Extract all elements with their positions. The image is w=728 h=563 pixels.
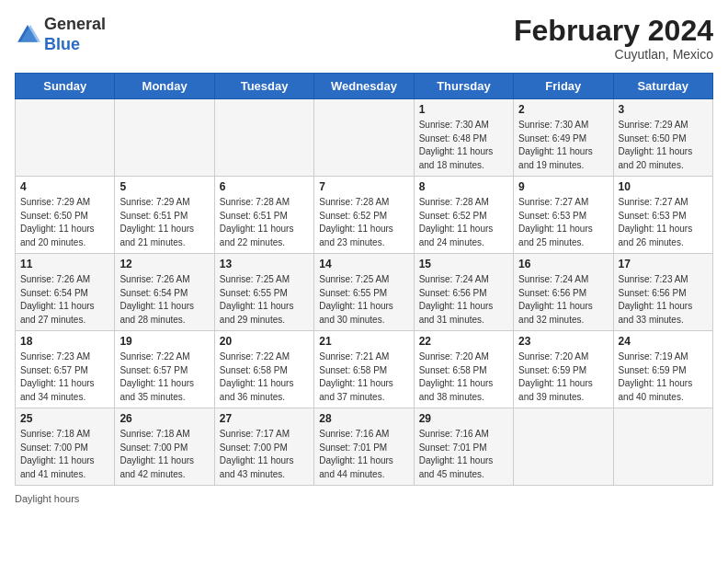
calendar-cell: 15Sunrise: 7:24 AM Sunset: 6:56 PM Dayli… bbox=[414, 254, 513, 331]
footer: Daylight hours bbox=[15, 493, 713, 504]
week-row-5: 25Sunrise: 7:18 AM Sunset: 7:00 PM Dayli… bbox=[16, 408, 713, 486]
day-info: Sunrise: 7:22 AM Sunset: 6:58 PM Dayligh… bbox=[220, 350, 309, 404]
calendar-cell: 11Sunrise: 7:26 AM Sunset: 6:54 PM Dayli… bbox=[16, 254, 115, 331]
week-row-2: 4Sunrise: 7:29 AM Sunset: 6:50 PM Daylig… bbox=[16, 177, 713, 254]
day-number: 27 bbox=[220, 412, 309, 425]
calendar-cell: 8Sunrise: 7:28 AM Sunset: 6:52 PM Daylig… bbox=[414, 177, 513, 254]
calendar-cell: 17Sunrise: 7:23 AM Sunset: 6:56 PM Dayli… bbox=[613, 254, 712, 331]
calendar-cell: 7Sunrise: 7:28 AM Sunset: 6:52 PM Daylig… bbox=[314, 177, 414, 254]
day-info: Sunrise: 7:16 AM Sunset: 7:01 PM Dayligh… bbox=[419, 428, 508, 481]
day-number: 14 bbox=[319, 258, 408, 270]
week-row-4: 18Sunrise: 7:23 AM Sunset: 6:57 PM Dayli… bbox=[16, 331, 713, 408]
day-number: 22 bbox=[419, 335, 508, 348]
day-info: Sunrise: 7:27 AM Sunset: 6:53 PM Dayligh… bbox=[619, 196, 708, 249]
day-number: 26 bbox=[119, 412, 209, 425]
col-header-wednesday: Wednesday bbox=[314, 74, 414, 99]
day-number: 24 bbox=[619, 335, 708, 348]
day-number: 3 bbox=[619, 103, 708, 116]
calendar-cell: 9Sunrise: 7:27 AM Sunset: 6:53 PM Daylig… bbox=[514, 177, 613, 254]
day-info: Sunrise: 7:24 AM Sunset: 6:56 PM Dayligh… bbox=[518, 273, 608, 327]
day-number: 11 bbox=[20, 258, 109, 270]
calendar-cell: 10Sunrise: 7:27 AM Sunset: 6:53 PM Dayli… bbox=[613, 177, 712, 254]
day-number: 25 bbox=[20, 412, 109, 425]
col-header-tuesday: Tuesday bbox=[214, 74, 313, 99]
day-number: 2 bbox=[518, 103, 608, 116]
col-header-sunday: Sunday bbox=[16, 74, 115, 99]
calendar-cell: 27Sunrise: 7:17 AM Sunset: 7:00 PM Dayli… bbox=[214, 408, 313, 486]
day-info: Sunrise: 7:18 AM Sunset: 7:00 PM Dayligh… bbox=[20, 428, 109, 481]
calendar-cell: 2Sunrise: 7:30 AM Sunset: 6:49 PM Daylig… bbox=[514, 99, 613, 177]
day-info: Sunrise: 7:29 AM Sunset: 6:51 PM Dayligh… bbox=[119, 196, 209, 249]
calendar-cell: 26Sunrise: 7:18 AM Sunset: 7:00 PM Dayli… bbox=[115, 408, 214, 486]
calendar-cell: 25Sunrise: 7:18 AM Sunset: 7:00 PM Dayli… bbox=[16, 408, 115, 486]
day-number: 13 bbox=[220, 258, 309, 270]
calendar-table: SundayMondayTuesdayWednesdayThursdayFrid… bbox=[15, 73, 713, 486]
day-number: 16 bbox=[518, 258, 608, 270]
day-info: Sunrise: 7:30 AM Sunset: 6:48 PM Dayligh… bbox=[419, 119, 508, 172]
calendar-cell: 6Sunrise: 7:28 AM Sunset: 6:51 PM Daylig… bbox=[214, 177, 313, 254]
logo: General Blue bbox=[15, 15, 106, 54]
calendar-cell bbox=[613, 408, 712, 486]
day-number: 18 bbox=[20, 335, 109, 348]
day-number: 7 bbox=[319, 180, 408, 193]
day-number: 17 bbox=[619, 258, 708, 270]
calendar-cell: 29Sunrise: 7:16 AM Sunset: 7:01 PM Dayli… bbox=[414, 408, 513, 486]
title-block: February 2024 Cuyutlan, Mexico bbox=[514, 15, 713, 62]
day-info: Sunrise: 7:28 AM Sunset: 6:52 PM Dayligh… bbox=[419, 196, 508, 249]
day-number: 28 bbox=[319, 412, 408, 425]
col-header-friday: Friday bbox=[514, 74, 613, 99]
day-info: Sunrise: 7:29 AM Sunset: 6:50 PM Dayligh… bbox=[20, 196, 109, 249]
logo-blue-text: Blue bbox=[44, 35, 80, 53]
day-number: 5 bbox=[119, 180, 209, 193]
day-info: Sunrise: 7:26 AM Sunset: 6:54 PM Dayligh… bbox=[20, 273, 109, 327]
calendar-cell bbox=[314, 99, 414, 177]
day-info: Sunrise: 7:25 AM Sunset: 6:55 PM Dayligh… bbox=[319, 273, 408, 327]
day-number: 1 bbox=[419, 103, 508, 116]
day-info: Sunrise: 7:19 AM Sunset: 6:59 PM Dayligh… bbox=[619, 350, 708, 404]
day-info: Sunrise: 7:17 AM Sunset: 7:00 PM Dayligh… bbox=[220, 428, 309, 481]
day-info: Sunrise: 7:28 AM Sunset: 6:52 PM Dayligh… bbox=[319, 196, 408, 249]
calendar-cell: 19Sunrise: 7:22 AM Sunset: 6:57 PM Dayli… bbox=[115, 331, 214, 408]
day-info: Sunrise: 7:23 AM Sunset: 6:57 PM Dayligh… bbox=[20, 350, 109, 404]
day-info: Sunrise: 7:21 AM Sunset: 6:58 PM Dayligh… bbox=[319, 350, 408, 404]
calendar-cell: 14Sunrise: 7:25 AM Sunset: 6:55 PM Dayli… bbox=[314, 254, 414, 331]
day-number: 9 bbox=[518, 180, 608, 193]
daylight-label: Daylight hours bbox=[15, 493, 79, 504]
day-info: Sunrise: 7:18 AM Sunset: 7:00 PM Dayligh… bbox=[119, 428, 209, 481]
week-row-3: 11Sunrise: 7:26 AM Sunset: 6:54 PM Dayli… bbox=[16, 254, 713, 331]
calendar-cell: 22Sunrise: 7:20 AM Sunset: 6:58 PM Dayli… bbox=[414, 331, 513, 408]
day-number: 21 bbox=[319, 335, 408, 348]
day-number: 4 bbox=[20, 180, 109, 193]
day-info: Sunrise: 7:22 AM Sunset: 6:57 PM Dayligh… bbox=[119, 350, 209, 404]
day-info: Sunrise: 7:20 AM Sunset: 6:58 PM Dayligh… bbox=[419, 350, 508, 404]
day-info: Sunrise: 7:23 AM Sunset: 6:56 PM Dayligh… bbox=[619, 273, 708, 327]
calendar-cell bbox=[16, 99, 115, 177]
month-year-title: February 2024 bbox=[514, 15, 713, 47]
calendar-cell: 20Sunrise: 7:22 AM Sunset: 6:58 PM Dayli… bbox=[214, 331, 313, 408]
week-row-1: 1Sunrise: 7:30 AM Sunset: 6:48 PM Daylig… bbox=[16, 99, 713, 177]
col-header-thursday: Thursday bbox=[414, 74, 513, 99]
day-number: 15 bbox=[419, 258, 508, 270]
page-header: General Blue February 2024 Cuyutlan, Mex… bbox=[15, 15, 713, 62]
calendar-cell: 21Sunrise: 7:21 AM Sunset: 6:58 PM Dayli… bbox=[314, 331, 414, 408]
day-number: 12 bbox=[119, 258, 209, 270]
calendar-cell bbox=[214, 99, 313, 177]
calendar-header-row: SundayMondayTuesdayWednesdayThursdayFrid… bbox=[16, 74, 713, 99]
day-info: Sunrise: 7:27 AM Sunset: 6:53 PM Dayligh… bbox=[518, 196, 608, 249]
calendar-cell: 3Sunrise: 7:29 AM Sunset: 6:50 PM Daylig… bbox=[613, 99, 712, 177]
day-number: 8 bbox=[419, 180, 508, 193]
col-header-monday: Monday bbox=[115, 74, 214, 99]
calendar-cell: 13Sunrise: 7:25 AM Sunset: 6:55 PM Dayli… bbox=[214, 254, 313, 331]
calendar-cell: 28Sunrise: 7:16 AM Sunset: 7:01 PM Dayli… bbox=[314, 408, 414, 486]
day-number: 23 bbox=[518, 335, 608, 348]
day-info: Sunrise: 7:26 AM Sunset: 6:54 PM Dayligh… bbox=[119, 273, 209, 327]
day-info: Sunrise: 7:20 AM Sunset: 6:59 PM Dayligh… bbox=[518, 350, 608, 404]
day-number: 10 bbox=[619, 180, 708, 193]
calendar-cell: 5Sunrise: 7:29 AM Sunset: 6:51 PM Daylig… bbox=[115, 177, 214, 254]
calendar-cell: 24Sunrise: 7:19 AM Sunset: 6:59 PM Dayli… bbox=[613, 331, 712, 408]
calendar-cell bbox=[115, 99, 214, 177]
calendar-cell bbox=[514, 408, 613, 486]
location-subtitle: Cuyutlan, Mexico bbox=[514, 47, 713, 62]
day-info: Sunrise: 7:16 AM Sunset: 7:01 PM Dayligh… bbox=[319, 428, 408, 481]
day-info: Sunrise: 7:30 AM Sunset: 6:49 PM Dayligh… bbox=[518, 119, 608, 172]
